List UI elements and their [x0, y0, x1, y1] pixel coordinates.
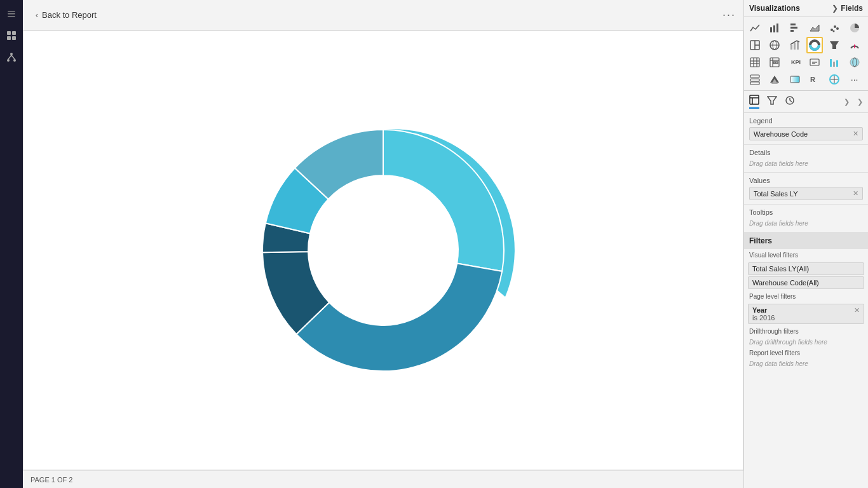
svg-rect-5 — [7, 36, 11, 40]
svg-rect-30 — [794, 43, 796, 50]
svg-rect-60 — [790, 76, 799, 83]
svg-rect-52 — [836, 60, 838, 67]
svg-rect-55 — [750, 75, 759, 78]
svg-line-11 — [11, 55, 15, 59]
back-to-report-button[interactable]: ‹ Back to Report — [31, 6, 102, 24]
panel-header-actions: ❯ Fields — [832, 4, 863, 13]
panel-header: Visualizations ❯ Fields — [744, 0, 868, 17]
details-label: Details — [749, 149, 863, 156]
main-area: ‹ Back to Report ··· PAGE 1 OF 2 — [23, 0, 743, 488]
viz-icon-treemap[interactable] — [747, 37, 763, 53]
drillthrough-placeholder: Drag drillthrough fields here — [744, 337, 868, 347]
filter-pill-warehouse-code[interactable]: Warehouse Code(All) — [748, 276, 864, 289]
viz-icon-donut[interactable] — [806, 37, 823, 53]
svg-point-18 — [831, 29, 833, 31]
svg-rect-57 — [750, 82, 759, 85]
donut-canvas — [231, 98, 536, 403]
tooltips-section: Tooltips Drag data fields here — [744, 205, 868, 233]
fields-title[interactable]: Fields — [841, 4, 863, 13]
viz-icon-gauge[interactable] — [846, 37, 863, 53]
visualizations-title: Visualizations — [749, 4, 800, 13]
filter-pill-total-sales[interactable]: Total Sales LY(All) — [748, 262, 864, 275]
year-filter-close-icon[interactable]: ✕ — [854, 306, 860, 315]
sidebar-home-icon[interactable] — [3, 27, 20, 44]
values-section: Values Total Sales LY ✕ — [744, 173, 868, 205]
tooltips-placeholder: Drag data fields here — [749, 219, 863, 228]
svg-rect-36 — [750, 58, 759, 67]
svg-rect-2 — [8, 16, 15, 17]
svg-point-20 — [836, 27, 839, 30]
values-field-value: Total Sales LY — [754, 190, 798, 198]
legend-close-icon[interactable]: ✕ — [853, 130, 858, 138]
tab-icons-row: ❯ ❯ — [744, 91, 868, 113]
visual-level-label: Visual level filters — [744, 249, 868, 261]
back-button-label: Back to Report — [42, 10, 97, 20]
viz-icon-map[interactable] — [766, 37, 783, 53]
svg-rect-29 — [790, 45, 792, 50]
svg-rect-14 — [776, 24, 778, 32]
svg-rect-31 — [797, 41, 799, 50]
svg-rect-12 — [770, 27, 772, 32]
viz-icon-line[interactable] — [747, 20, 763, 36]
expand-right-icon[interactable]: ❯ — [844, 98, 850, 106]
viz-icon-waterfall[interactable] — [826, 54, 843, 71]
legend-field-value: Warehouse Code — [754, 130, 808, 138]
viz-icon-bar2[interactable] — [787, 20, 803, 36]
page-level-label: Page level filters — [744, 290, 868, 302]
svg-marker-34 — [830, 41, 839, 49]
report-level-label: Report level filters — [744, 347, 868, 359]
viz-icon-kpi[interactable]: KPI — [787, 54, 803, 71]
svg-rect-1 — [8, 13, 15, 15]
svg-rect-13 — [773, 25, 775, 32]
svg-point-19 — [834, 25, 836, 28]
values-close-icon[interactable]: ✕ — [853, 189, 858, 198]
viz-icon-gradient[interactable] — [787, 71, 803, 88]
svg-point-9 — [13, 59, 16, 62]
viz-icon-combo[interactable] — [787, 37, 803, 53]
svg-rect-4 — [12, 31, 16, 35]
svg-marker-68 — [768, 97, 776, 104]
svg-rect-16 — [790, 27, 797, 29]
filters-header: Filters — [744, 233, 868, 249]
viz-icon-drilldown[interactable] — [766, 71, 783, 88]
viz-icon-globe[interactable] — [846, 54, 863, 71]
tab-analytics-icon[interactable] — [785, 95, 795, 108]
viz-icon-pie[interactable] — [846, 20, 863, 36]
viz-icon-funnel[interactable] — [826, 37, 843, 53]
more-options-icon[interactable]: ··· — [722, 8, 736, 22]
viz-icon-custom1[interactable]: R — [806, 71, 823, 88]
viz-icon-bar[interactable] — [766, 20, 783, 36]
svg-rect-56 — [750, 79, 759, 81]
legend-field-pill[interactable]: Warehouse Code ✕ — [749, 127, 863, 140]
svg-rect-50 — [830, 59, 832, 67]
svg-rect-44 — [773, 62, 775, 64]
report-placeholder: Drag data fields here — [744, 359, 868, 369]
left-sidebar — [0, 0, 23, 488]
legend-label: Legend — [749, 117, 863, 125]
viz-icon-matrix[interactable] — [766, 54, 783, 71]
viz-icon-scatter[interactable] — [826, 20, 843, 36]
values-field-pill[interactable]: Total Sales LY ✕ — [749, 187, 863, 200]
viz-icon-slicer[interactable] — [747, 71, 763, 88]
sidebar-menu-icon[interactable] — [3, 5, 20, 23]
viz-icon-more[interactable]: ··· — [846, 71, 863, 88]
panel-expand-icon[interactable]: ❯ — [832, 4, 838, 13]
viz-icon-area[interactable] — [806, 20, 823, 36]
filter-pill-year[interactable]: ✕ Year is 2016 — [748, 304, 864, 324]
top-bar: ‹ Back to Report ··· — [23, 0, 743, 30]
status-bar: PAGE 1 OF 2 — [23, 470, 743, 488]
right-panel: Visualizations ❯ Fields — [743, 0, 868, 488]
expand-right2-icon[interactable]: ❯ — [857, 98, 863, 106]
tooltips-label: Tooltips — [749, 208, 863, 216]
viz-icon-card[interactable] — [806, 54, 823, 71]
tab-filter-icon[interactable] — [767, 95, 777, 108]
back-chevron-icon: ‹ — [36, 11, 38, 20]
svg-rect-6 — [12, 36, 16, 40]
sidebar-model-icon[interactable] — [3, 48, 20, 66]
viz-icon-custom2[interactable] — [826, 71, 843, 88]
viz-icon-table[interactable] — [747, 54, 763, 71]
svg-point-8 — [7, 59, 10, 62]
filter-warehouse-code-label: Warehouse Code(All) — [752, 279, 819, 287]
tab-fields-icon[interactable] — [749, 95, 759, 109]
svg-text:KPI: KPI — [791, 59, 801, 65]
